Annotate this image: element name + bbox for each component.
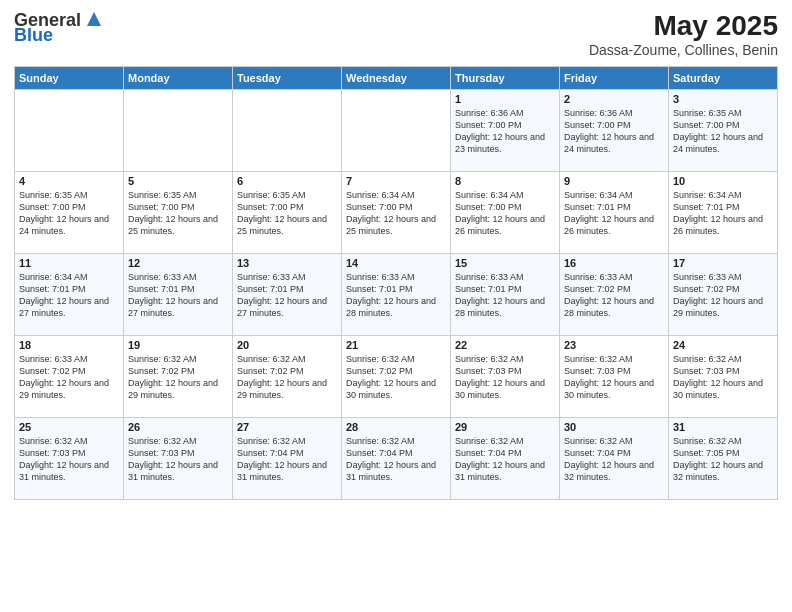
title-block: May 2025 Dassa-Zoume, Collines, Benin bbox=[589, 10, 778, 58]
day-number: 6 bbox=[237, 175, 337, 187]
calendar-cell: 6Sunrise: 6:35 AM Sunset: 7:00 PM Daylig… bbox=[233, 172, 342, 254]
calendar-cell bbox=[124, 90, 233, 172]
calendar-cell: 25Sunrise: 6:32 AM Sunset: 7:03 PM Dayli… bbox=[15, 418, 124, 500]
calendar-cell: 11Sunrise: 6:34 AM Sunset: 7:01 PM Dayli… bbox=[15, 254, 124, 336]
calendar-cell: 29Sunrise: 6:32 AM Sunset: 7:04 PM Dayli… bbox=[451, 418, 560, 500]
day-number: 8 bbox=[455, 175, 555, 187]
calendar-cell: 20Sunrise: 6:32 AM Sunset: 7:02 PM Dayli… bbox=[233, 336, 342, 418]
cell-content: Sunrise: 6:33 AM Sunset: 7:01 PM Dayligh… bbox=[346, 271, 446, 320]
calendar-table: SundayMondayTuesdayWednesdayThursdayFrid… bbox=[14, 66, 778, 500]
calendar-cell: 17Sunrise: 6:33 AM Sunset: 7:02 PM Dayli… bbox=[669, 254, 778, 336]
cell-content: Sunrise: 6:34 AM Sunset: 7:01 PM Dayligh… bbox=[673, 189, 773, 238]
day-number: 5 bbox=[128, 175, 228, 187]
day-number: 22 bbox=[455, 339, 555, 351]
day-number: 1 bbox=[455, 93, 555, 105]
day-number: 11 bbox=[19, 257, 119, 269]
calendar-cell: 5Sunrise: 6:35 AM Sunset: 7:00 PM Daylig… bbox=[124, 172, 233, 254]
calendar-cell: 28Sunrise: 6:32 AM Sunset: 7:04 PM Dayli… bbox=[342, 418, 451, 500]
calendar-cell: 16Sunrise: 6:33 AM Sunset: 7:02 PM Dayli… bbox=[560, 254, 669, 336]
cell-content: Sunrise: 6:32 AM Sunset: 7:02 PM Dayligh… bbox=[128, 353, 228, 402]
weekday-saturday: Saturday bbox=[669, 67, 778, 90]
calendar-cell: 23Sunrise: 6:32 AM Sunset: 7:03 PM Dayli… bbox=[560, 336, 669, 418]
weekday-friday: Friday bbox=[560, 67, 669, 90]
weekday-tuesday: Tuesday bbox=[233, 67, 342, 90]
day-number: 19 bbox=[128, 339, 228, 351]
day-number: 23 bbox=[564, 339, 664, 351]
calendar-cell: 8Sunrise: 6:34 AM Sunset: 7:00 PM Daylig… bbox=[451, 172, 560, 254]
calendar-cell: 9Sunrise: 6:34 AM Sunset: 7:01 PM Daylig… bbox=[560, 172, 669, 254]
cell-content: Sunrise: 6:32 AM Sunset: 7:05 PM Dayligh… bbox=[673, 435, 773, 484]
cell-content: Sunrise: 6:32 AM Sunset: 7:02 PM Dayligh… bbox=[237, 353, 337, 402]
calendar-cell: 10Sunrise: 6:34 AM Sunset: 7:01 PM Dayli… bbox=[669, 172, 778, 254]
calendar-cell: 3Sunrise: 6:35 AM Sunset: 7:00 PM Daylig… bbox=[669, 90, 778, 172]
cell-content: Sunrise: 6:32 AM Sunset: 7:03 PM Dayligh… bbox=[455, 353, 555, 402]
cell-content: Sunrise: 6:34 AM Sunset: 7:01 PM Dayligh… bbox=[564, 189, 664, 238]
calendar-cell: 22Sunrise: 6:32 AM Sunset: 7:03 PM Dayli… bbox=[451, 336, 560, 418]
cell-content: Sunrise: 6:32 AM Sunset: 7:04 PM Dayligh… bbox=[564, 435, 664, 484]
calendar-cell: 13Sunrise: 6:33 AM Sunset: 7:01 PM Dayli… bbox=[233, 254, 342, 336]
cell-content: Sunrise: 6:33 AM Sunset: 7:02 PM Dayligh… bbox=[564, 271, 664, 320]
day-number: 27 bbox=[237, 421, 337, 433]
calendar-cell: 4Sunrise: 6:35 AM Sunset: 7:00 PM Daylig… bbox=[15, 172, 124, 254]
calendar-cell: 30Sunrise: 6:32 AM Sunset: 7:04 PM Dayli… bbox=[560, 418, 669, 500]
month-year: May 2025 bbox=[589, 10, 778, 42]
day-number: 14 bbox=[346, 257, 446, 269]
cell-content: Sunrise: 6:32 AM Sunset: 7:04 PM Dayligh… bbox=[237, 435, 337, 484]
week-row-4: 25Sunrise: 6:32 AM Sunset: 7:03 PM Dayli… bbox=[15, 418, 778, 500]
cell-content: Sunrise: 6:35 AM Sunset: 7:00 PM Dayligh… bbox=[19, 189, 119, 238]
week-row-1: 4Sunrise: 6:35 AM Sunset: 7:00 PM Daylig… bbox=[15, 172, 778, 254]
cell-content: Sunrise: 6:32 AM Sunset: 7:04 PM Dayligh… bbox=[346, 435, 446, 484]
week-row-3: 18Sunrise: 6:33 AM Sunset: 7:02 PM Dayli… bbox=[15, 336, 778, 418]
calendar-cell bbox=[15, 90, 124, 172]
weekday-monday: Monday bbox=[124, 67, 233, 90]
day-number: 7 bbox=[346, 175, 446, 187]
cell-content: Sunrise: 6:35 AM Sunset: 7:00 PM Dayligh… bbox=[237, 189, 337, 238]
cell-content: Sunrise: 6:35 AM Sunset: 7:00 PM Dayligh… bbox=[128, 189, 228, 238]
calendar-cell: 26Sunrise: 6:32 AM Sunset: 7:03 PM Dayli… bbox=[124, 418, 233, 500]
calendar-cell: 7Sunrise: 6:34 AM Sunset: 7:00 PM Daylig… bbox=[342, 172, 451, 254]
day-number: 12 bbox=[128, 257, 228, 269]
logo-blue: Blue bbox=[14, 25, 53, 46]
cell-content: Sunrise: 6:32 AM Sunset: 7:03 PM Dayligh… bbox=[19, 435, 119, 484]
cell-content: Sunrise: 6:32 AM Sunset: 7:04 PM Dayligh… bbox=[455, 435, 555, 484]
cell-content: Sunrise: 6:34 AM Sunset: 7:00 PM Dayligh… bbox=[346, 189, 446, 238]
calendar-cell: 2Sunrise: 6:36 AM Sunset: 7:00 PM Daylig… bbox=[560, 90, 669, 172]
cell-content: Sunrise: 6:33 AM Sunset: 7:01 PM Dayligh… bbox=[455, 271, 555, 320]
calendar-cell: 21Sunrise: 6:32 AM Sunset: 7:02 PM Dayli… bbox=[342, 336, 451, 418]
cell-content: Sunrise: 6:32 AM Sunset: 7:03 PM Dayligh… bbox=[128, 435, 228, 484]
calendar-cell: 1Sunrise: 6:36 AM Sunset: 7:00 PM Daylig… bbox=[451, 90, 560, 172]
day-number: 9 bbox=[564, 175, 664, 187]
day-number: 20 bbox=[237, 339, 337, 351]
calendar-cell: 15Sunrise: 6:33 AM Sunset: 7:01 PM Dayli… bbox=[451, 254, 560, 336]
calendar-cell: 27Sunrise: 6:32 AM Sunset: 7:04 PM Dayli… bbox=[233, 418, 342, 500]
calendar-cell: 31Sunrise: 6:32 AM Sunset: 7:05 PM Dayli… bbox=[669, 418, 778, 500]
cell-content: Sunrise: 6:32 AM Sunset: 7:02 PM Dayligh… bbox=[346, 353, 446, 402]
header: General Blue May 2025 Dassa-Zoume, Colli… bbox=[14, 10, 778, 58]
calendar-cell: 18Sunrise: 6:33 AM Sunset: 7:02 PM Dayli… bbox=[15, 336, 124, 418]
calendar-cell: 24Sunrise: 6:32 AM Sunset: 7:03 PM Dayli… bbox=[669, 336, 778, 418]
cell-content: Sunrise: 6:34 AM Sunset: 7:00 PM Dayligh… bbox=[455, 189, 555, 238]
day-number: 31 bbox=[673, 421, 773, 433]
day-number: 2 bbox=[564, 93, 664, 105]
calendar-cell: 19Sunrise: 6:32 AM Sunset: 7:02 PM Dayli… bbox=[124, 336, 233, 418]
day-number: 3 bbox=[673, 93, 773, 105]
day-number: 28 bbox=[346, 421, 446, 433]
day-number: 25 bbox=[19, 421, 119, 433]
logo-icon bbox=[83, 8, 105, 30]
day-number: 15 bbox=[455, 257, 555, 269]
calendar-cell bbox=[342, 90, 451, 172]
week-row-2: 11Sunrise: 6:34 AM Sunset: 7:01 PM Dayli… bbox=[15, 254, 778, 336]
day-number: 16 bbox=[564, 257, 664, 269]
svg-marker-0 bbox=[87, 12, 101, 26]
calendar-cell: 14Sunrise: 6:33 AM Sunset: 7:01 PM Dayli… bbox=[342, 254, 451, 336]
cell-content: Sunrise: 6:36 AM Sunset: 7:00 PM Dayligh… bbox=[564, 107, 664, 156]
calendar-cell: 12Sunrise: 6:33 AM Sunset: 7:01 PM Dayli… bbox=[124, 254, 233, 336]
cell-content: Sunrise: 6:32 AM Sunset: 7:03 PM Dayligh… bbox=[564, 353, 664, 402]
page: General Blue May 2025 Dassa-Zoume, Colli… bbox=[0, 0, 792, 612]
cell-content: Sunrise: 6:34 AM Sunset: 7:01 PM Dayligh… bbox=[19, 271, 119, 320]
weekday-thursday: Thursday bbox=[451, 67, 560, 90]
cell-content: Sunrise: 6:33 AM Sunset: 7:01 PM Dayligh… bbox=[128, 271, 228, 320]
location: Dassa-Zoume, Collines, Benin bbox=[589, 42, 778, 58]
day-number: 29 bbox=[455, 421, 555, 433]
calendar-cell bbox=[233, 90, 342, 172]
